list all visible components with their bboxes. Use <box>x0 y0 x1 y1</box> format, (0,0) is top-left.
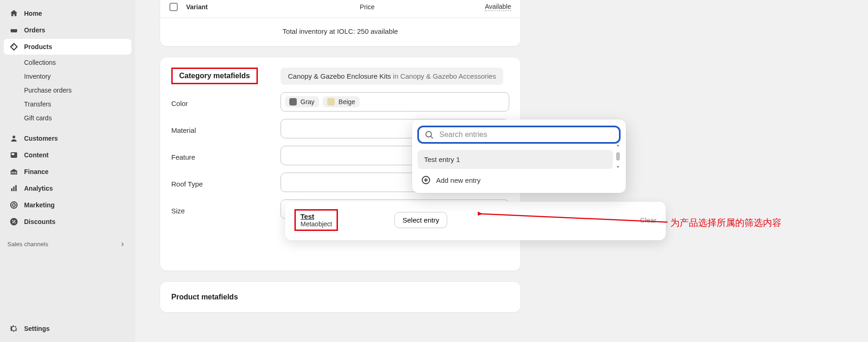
chip-gray-label: Gray <box>300 98 314 106</box>
select-entry-button[interactable]: Select entry <box>394 212 447 228</box>
variants-card: Variant Price Available Total inventory … <box>160 0 520 46</box>
category-metafields-title-highlight: Category metafields <box>171 68 258 84</box>
swatch-beige <box>327 98 335 106</box>
col-price: Price <box>306 3 428 11</box>
category-path-strong: Canopy & Gazebo Enclosure Kits <box>288 72 391 80</box>
discounts-icon <box>9 217 19 226</box>
nav-finance-label: Finance <box>24 168 49 175</box>
scroll-thumb[interactable] <box>616 152 620 161</box>
subnav-transfers[interactable]: Transfers <box>4 97 131 111</box>
category-metafields-title: Category metafields <box>179 72 250 80</box>
marketing-icon <box>9 200 19 210</box>
nav-discounts-label: Discounts <box>24 218 56 225</box>
svg-point-17 <box>14 222 15 223</box>
add-new-entry[interactable]: Add new entry <box>418 169 620 187</box>
svg-point-14 <box>12 204 15 206</box>
product-metafields-card: Product metafields <box>160 282 520 312</box>
mf-label-material: Material <box>171 124 273 134</box>
svg-point-13 <box>11 202 17 208</box>
products-icon <box>9 42 19 51</box>
nav-content-label: Content <box>24 151 49 159</box>
svg-point-3 <box>12 136 15 138</box>
entry-search-popover: Test entry 1 Add new entry <box>412 119 626 193</box>
chevron-up-icon <box>616 143 620 147</box>
nav-customers[interactable]: Customers <box>4 131 131 146</box>
svg-rect-12 <box>15 185 17 191</box>
svg-rect-5 <box>12 153 14 155</box>
inventory-summary: Total inventory at IOLC: 250 available <box>160 18 520 46</box>
mf-label-feature: Feature <box>171 150 273 161</box>
gear-icon <box>9 324 19 333</box>
product-metafields-title: Product metafields <box>171 293 509 301</box>
nav-analytics-label: Analytics <box>24 185 53 192</box>
svg-rect-8 <box>13 172 14 174</box>
category-path-tail: in Canopy & Gazebo Accessories <box>391 72 496 80</box>
nav-settings-label: Settings <box>24 325 50 332</box>
annotation-text: 为产品选择所属的筛选内容 <box>670 217 781 229</box>
nav-finance[interactable]: Finance <box>4 164 131 180</box>
search-entries-input[interactable] <box>439 131 613 139</box>
test-metaobject-subtitle: Metaobject <box>300 220 332 228</box>
clear-button[interactable]: Clear <box>640 216 656 224</box>
svg-rect-9 <box>15 172 16 174</box>
orders-icon <box>9 25 19 35</box>
mf-field-color[interactable]: Gray Beige <box>281 92 509 112</box>
add-new-entry-label: Add new entry <box>436 176 481 184</box>
mf-label-color: Color <box>171 97 273 107</box>
nav-orders-label: Orders <box>24 26 45 34</box>
finance-icon <box>9 167 19 176</box>
search-icon <box>425 130 434 139</box>
svg-point-16 <box>12 220 13 221</box>
subnav-collections[interactable]: Collections <box>4 56 131 69</box>
svg-rect-11 <box>13 187 15 191</box>
chip-gray[interactable]: Gray <box>285 96 319 107</box>
chip-beige[interactable]: Beige <box>323 96 360 107</box>
main-content: Variant Price Available Total inventory … <box>135 0 868 342</box>
category-path-badge[interactable]: Canopy & Gazebo Enclosure Kits in Canopy… <box>281 68 503 85</box>
nav-products-label: Products <box>24 43 52 50</box>
nav-settings[interactable]: Settings <box>4 321 131 336</box>
sidebar: Home Orders Products Collections Invento… <box>0 0 135 342</box>
subnav-purchase-orders[interactable]: Purchase orders <box>4 83 131 97</box>
sales-channels-label: Sales channels <box>7 241 48 248</box>
customers-icon <box>9 134 19 143</box>
nav-customers-label: Customers <box>24 135 58 142</box>
mf-label-size: Size <box>171 204 273 215</box>
subnav-inventory[interactable]: Inventory <box>4 69 131 83</box>
search-entries-wrap[interactable] <box>418 126 620 143</box>
select-all-checkbox[interactable] <box>169 3 178 11</box>
svg-rect-1 <box>11 28 17 29</box>
col-variant: Variant <box>186 3 306 11</box>
variants-header-row: Variant Price Available <box>160 0 520 18</box>
svg-rect-7 <box>12 172 12 174</box>
nav-products[interactable]: Products <box>4 39 131 55</box>
test-metaobject-title[interactable]: Test <box>300 212 332 220</box>
home-icon <box>9 9 19 18</box>
svg-rect-10 <box>11 188 12 191</box>
mf-label-roof-type: Roof Type <box>171 177 273 188</box>
analytics-icon <box>9 184 19 193</box>
scrollbar[interactable] <box>616 143 620 169</box>
select-entry-row: Test Metaobject Select entry Clear <box>285 202 666 240</box>
chevron-right-icon <box>119 241 126 248</box>
test-metaobject-highlight: Test Metaobject <box>294 209 338 231</box>
col-available[interactable]: Available <box>485 3 511 11</box>
nav-home[interactable]: Home <box>4 6 131 21</box>
nav-marketing-label: Marketing <box>24 201 55 209</box>
nav-home-label: Home <box>24 10 42 17</box>
nav-analytics[interactable]: Analytics <box>4 180 131 196</box>
nav-orders[interactable]: Orders <box>4 22 131 38</box>
nav-discounts[interactable]: Discounts <box>4 214 131 230</box>
plus-circle-icon <box>421 175 431 185</box>
entry-item-test-entry-1[interactable]: Test entry 1 <box>418 150 613 169</box>
nav-content[interactable]: Content <box>4 147 131 163</box>
svg-point-2 <box>12 45 13 46</box>
sales-channels-header[interactable]: Sales channels <box>4 230 131 250</box>
content-icon <box>9 150 19 160</box>
swatch-gray <box>289 98 297 106</box>
chip-beige-label: Beige <box>338 98 355 106</box>
chevron-down-icon <box>616 165 620 169</box>
svg-point-18 <box>426 131 431 137</box>
subnav-gift-cards[interactable]: Gift cards <box>4 111 131 125</box>
nav-marketing[interactable]: Marketing <box>4 197 131 213</box>
